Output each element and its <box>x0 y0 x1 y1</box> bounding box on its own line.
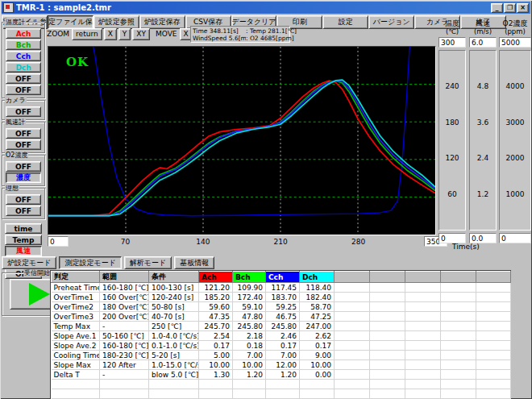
cell-judge-item: OverTime3 <box>52 312 100 322</box>
scale-min-input[interactable] <box>469 233 497 243</box>
sidebar-button-off[interactable]: OFF <box>6 85 41 95</box>
cell-empty <box>476 283 511 293</box>
zoom-label: ZOOM <box>47 30 69 38</box>
cell-empty <box>441 312 476 322</box>
cell-condition: blow 5.0 [℃] <box>149 370 199 380</box>
scale-tick-label: 180 <box>439 118 465 127</box>
cell-empty <box>441 293 476 302</box>
tab-board-info[interactable]: 基板情報 <box>174 256 214 269</box>
minimize-button[interactable]: _ <box>491 3 503 13</box>
cell-value: 245.80 <box>233 322 266 331</box>
cell-empty <box>476 322 511 331</box>
tab-furnace-setting-mode[interactable]: 炉設定モード <box>2 256 56 269</box>
cell-range: 120 After <box>100 360 149 370</box>
table-header-dch: Dch <box>300 272 335 283</box>
cell-empty <box>370 380 405 389</box>
cell-value: 2.46 <box>266 331 300 341</box>
cell-condition: 120-240 [s] <box>149 293 199 302</box>
judgement-table-wrap: 判定範囲条件AchBchCchDchPreheat Time160-180 [℃… <box>50 270 511 399</box>
sidebar-button-cch[interactable]: Cch <box>6 51 41 61</box>
cell-value: 118.40 <box>300 283 335 293</box>
sidebar-button-time[interactable]: time <box>5 223 42 234</box>
cell-empty <box>476 341 511 351</box>
cell-judge-item: OverTime1 <box>52 293 100 302</box>
sidebar-group-3: O2濃度OFF濃度 <box>2 155 45 186</box>
series-ach <box>48 81 435 216</box>
sidebar-button-bch[interactable]: Bch <box>6 39 41 50</box>
cell-empty <box>100 380 149 389</box>
sidebar-button-off[interactable]: OFF <box>6 128 41 139</box>
cell-judge-item: Cooling Time <box>52 351 100 360</box>
zoom-button-x[interactable]: X <box>104 28 117 40</box>
scale-tick-label: 3000 <box>500 118 530 127</box>
cell-empty <box>335 389 370 399</box>
sidebar-button-off[interactable]: OFF <box>6 194 41 205</box>
table-row: Temp Max-250 [℃]245.70245.80245.80247.00 <box>52 322 511 331</box>
cell-judge-item: Temp Max <box>52 322 100 331</box>
series-cch <box>48 81 435 216</box>
cell-empty <box>335 322 370 331</box>
zoom-button-return[interactable]: return <box>72 28 102 40</box>
scale-tick-label: 2.4 <box>470 154 496 162</box>
scale-max-input[interactable] <box>499 37 531 48</box>
sidebar-button-off[interactable]: OFF <box>6 206 41 216</box>
table-row: OverTime1160 Over[℃]120-240 [s]185.20172… <box>52 293 511 302</box>
cell-range: - <box>100 322 149 331</box>
table-header-範囲: 範囲 <box>100 272 149 283</box>
title-bar: TMR-1 : sample2.tmr _ ❐ × <box>2 2 530 14</box>
sidebar-button-off[interactable]: OFF <box>6 161 41 172</box>
cell-empty <box>199 380 233 389</box>
cell-condition: 50-80 [s] <box>149 302 199 312</box>
menu-button-8[interactable]: バージョン <box>368 15 414 29</box>
tab-analysis-mode[interactable]: 解析モード <box>124 256 172 269</box>
restore-button[interactable]: ❐ <box>504 3 516 13</box>
scale-max-input[interactable] <box>469 37 497 48</box>
table-row: Slope Ave.150-160 [℃]1.0-4.0 [℃/s]2.542.… <box>52 331 511 341</box>
cell-empty <box>476 370 511 380</box>
profile-chart[interactable]: OK <box>48 46 436 235</box>
status-temp: : Temp 281.1[℃] <box>246 27 297 35</box>
sidebar-button-off[interactable]: OFF <box>6 73 41 84</box>
profile-chart-svg <box>48 47 435 235</box>
sidebar-button-風速[interactable]: 風速 <box>5 246 42 256</box>
cell-condition: 0.1-1.0 [℃/s] <box>149 341 199 351</box>
close-button[interactable]: × <box>517 3 529 13</box>
menu-button-7[interactable]: 設定 <box>322 15 368 29</box>
cell-empty <box>476 360 511 370</box>
scale-min-input[interactable] <box>499 233 531 243</box>
cell-value: 2.54 <box>199 331 233 341</box>
cell-range: 200 Over[℃] <box>100 312 149 322</box>
sidebar-button-off[interactable]: OFF <box>6 106 41 117</box>
zoom-button-xy[interactable]: XY <box>132 28 150 40</box>
cell-value: 58.70 <box>300 302 335 312</box>
scale-max-input[interactable] <box>438 37 466 48</box>
sidebar-button-temp[interactable]: Temp <box>5 235 42 245</box>
cell-condition: 1.0-15.0 [℃/s] <box>149 360 199 370</box>
cell-empty <box>335 380 370 389</box>
scale-tick-label: 2000 <box>500 154 530 162</box>
cell-empty <box>370 351 405 360</box>
x-min-input[interactable] <box>48 236 69 247</box>
sidebar-button-濃度[interactable]: 濃度 <box>6 172 41 183</box>
sidebar-button-ach[interactable]: Ach <box>6 28 41 39</box>
sidebar-group-label: O2濃度 <box>5 152 28 159</box>
scale-min-input[interactable] <box>438 233 466 243</box>
cell-value: 7.00 <box>266 351 300 360</box>
cell-range: 160 Over[℃] <box>100 293 149 302</box>
cell-empty <box>335 360 370 370</box>
scale-tick-label: 4.8 <box>470 82 496 90</box>
status-o2: : O2 4685[ppm] <box>246 35 294 42</box>
cell-empty <box>441 389 476 399</box>
cell-empty <box>476 302 511 312</box>
sidebar-button-off[interactable]: OFF <box>6 139 41 150</box>
cell-range: - <box>100 370 149 380</box>
cell-condition: 40-70 [s] <box>149 312 199 322</box>
sidebar-button-dch[interactable]: Dch <box>6 62 41 73</box>
tab-measure-setting-mode[interactable]: 測定設定モード <box>59 256 121 269</box>
zoom-button-y[interactable]: Y <box>118 28 131 40</box>
table-header-判定: 判定 <box>52 272 100 283</box>
cursor-status-box: Time 348.11[s] : Temp 281.1[℃] WindSpeed… <box>190 26 290 43</box>
cell-empty <box>441 331 476 341</box>
cell-judge-item: Preheat Time <box>52 283 100 293</box>
cell-value: 9.00 <box>300 351 335 360</box>
